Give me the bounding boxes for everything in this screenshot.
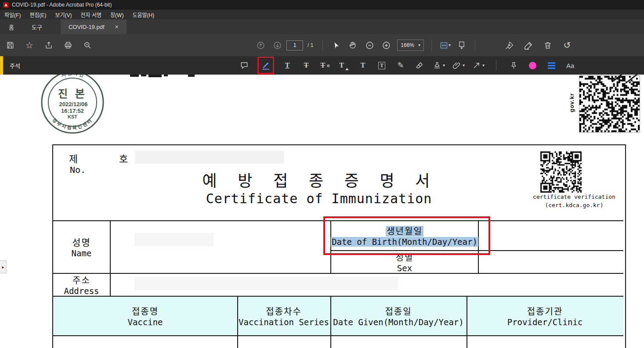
address-label-ko: 주소: [72, 273, 90, 286]
toolbar-divider: [431, 39, 432, 51]
text-properties-button[interactable]: Aa: [564, 59, 576, 72]
print-button[interactable]: [61, 38, 76, 53]
select-tool-button[interactable]: [329, 38, 344, 53]
name-label-ko: 성명: [72, 235, 91, 248]
underline-T-icon: T: [285, 62, 290, 69]
text-box-tool[interactable]: T: [376, 59, 387, 72]
stamp-date: 2022/12/06: [59, 101, 87, 108]
clipped-text-fragment: [141, 75, 146, 76]
fill-sign-pen-button[interactable]: [521, 38, 536, 53]
header-dategiven-cell: 접종일 Date Given(Month/Day/Year): [330, 296, 467, 335]
underline-text-tool[interactable]: T: [282, 59, 293, 72]
acrobat-logo-icon: [3, 2, 9, 8]
zoom-level-value: 166%: [401, 42, 414, 48]
zoom-level-select[interactable]: 166% ▾: [397, 39, 424, 51]
menu-help[interactable]: 도움말(H): [128, 11, 159, 18]
stamp-time: 16:17:52: [61, 108, 84, 114]
chevron-down-icon: ▾: [443, 63, 445, 68]
annotation-toolbar-label: 주석: [10, 56, 20, 75]
annotation-divider: [496, 60, 496, 71]
menu-esign[interactable]: 전자 서명: [76, 11, 106, 18]
menu-window[interactable]: 창(W): [106, 11, 128, 18]
tab-tools-label: 도구: [32, 23, 42, 31]
replace-text-tool[interactable]: T o: [319, 59, 331, 72]
keep-tool-selected-pin[interactable]: [508, 59, 519, 72]
chevron-down-icon: ▾: [463, 63, 465, 68]
insert-text-tool[interactable]: T: [338, 59, 350, 72]
attach-file-tool[interactable]: ▾: [452, 59, 465, 72]
chevron-down-icon: ▾: [418, 43, 420, 47]
sidebar-expand-button[interactable]: ▸: [0, 260, 7, 273]
header-series-en: Vaccination Series: [239, 317, 329, 327]
clipped-text-fragment: [148, 75, 162, 77]
zoom-out-button[interactable]: [362, 38, 377, 53]
save-button[interactable]: [3, 38, 18, 53]
favorites-star-button[interactable]: ☆: [22, 38, 37, 53]
header-dategiven-en: Date Given(Month/Day/Year): [333, 317, 463, 327]
add-text-comment-tool[interactable]: T: [357, 59, 369, 72]
previous-page-button[interactable]: [253, 38, 268, 53]
pdf-document-canvas[interactable]: 시 점 확 인 정부시점확인센터 진 본 2022/12/06 16:17:52…: [0, 75, 644, 348]
sticky-note-tool[interactable]: [239, 59, 250, 72]
page-total-label: / 1: [308, 42, 313, 48]
highlight-text-tool[interactable]: [260, 59, 271, 72]
qr-caption-line1: certificate verification: [522, 193, 626, 201]
color-swatch-icon: [529, 62, 536, 69]
hand-tool-button[interactable]: [345, 38, 360, 53]
page-scrolling-button[interactable]: [454, 38, 469, 53]
toolbar-divider: [322, 39, 323, 51]
dob-annotation-redbox: [323, 216, 490, 255]
clipped-text-fragment: [130, 75, 139, 77]
clipped-text-fragment: [188, 75, 195, 77]
draw-pencil-tool[interactable]: ✎: [395, 59, 406, 72]
header-dategiven-ko: 접종일: [385, 305, 412, 317]
annotation-color-picker[interactable]: [527, 59, 538, 72]
chevron-down-icon: ▾: [482, 63, 485, 68]
govkr-barcode: [579, 75, 640, 133]
replace-sub-icon: o: [327, 63, 329, 68]
redacted-serial-number: [135, 151, 284, 164]
redacted-name-value: [134, 233, 213, 246]
tab-home-label: 홈: [9, 23, 14, 31]
drawing-shapes-tool[interactable]: ▾: [472, 59, 485, 72]
fit-width-button[interactable]: ▾: [438, 38, 452, 53]
menu-edit[interactable]: 편집(E): [25, 11, 51, 18]
stamp-tool[interactable]: ▾: [433, 59, 445, 72]
certificate-title-en: Certificate of Immunization: [53, 191, 585, 206]
eraser-tool[interactable]: [414, 59, 425, 72]
tab-document[interactable]: COVID-19.pdf ×: [61, 19, 127, 34]
zoom-in-button[interactable]: [379, 38, 394, 53]
line-thickness-icon: [548, 62, 555, 69]
tab-home[interactable]: 홈: [0, 19, 23, 34]
header-vaccine-cell: 접종명 Vaccine: [53, 296, 237, 335]
sex-label-en: Sex: [397, 263, 412, 273]
tab-close-icon[interactable]: ×: [115, 23, 119, 30]
menu-view[interactable]: 보기(V): [51, 11, 76, 18]
stamp-center-text: 진 본: [58, 88, 87, 100]
name-label-cell: 성명 Name: [53, 220, 110, 273]
next-page-button[interactable]: [270, 38, 285, 53]
sign-pen-button[interactable]: [502, 38, 517, 53]
delete-button[interactable]: [540, 38, 555, 53]
cert-no-suffix: 호: [119, 151, 128, 165]
redacted-address-value: [134, 277, 398, 290]
strikethrough-text-tool[interactable]: T: [300, 59, 312, 72]
tab-tools[interactable]: 도구: [23, 19, 51, 34]
replace-T-icon: T: [321, 62, 326, 69]
qr-caption: certificate verification (cert.kdca.go.k…: [522, 193, 626, 209]
menu-file[interactable]: 파일(F): [0, 11, 25, 18]
line-thickness-picker[interactable]: [546, 59, 557, 72]
insert-caret-icon: [345, 68, 349, 70]
page-number-input[interactable]: 1: [286, 40, 303, 50]
share-button[interactable]: [41, 38, 56, 53]
govkr-label: gov.kr: [568, 93, 575, 112]
stamp-ring-top-text: 시 점 확 인: [61, 75, 85, 78]
header-series-cell: 접종차수 Vaccination Series: [237, 296, 330, 335]
insert-T-icon: T: [339, 62, 344, 69]
timestamp-verification-stamp: 시 점 확 인 정부시점확인센터 진 본 2022/12/06 16:17:52…: [40, 75, 105, 135]
certificate-qr-code: [540, 151, 582, 193]
undo-rotate-button[interactable]: ↺: [560, 38, 575, 53]
header-provider-ko: 접종기관: [527, 305, 563, 317]
cert-no-prefix: 제: [69, 151, 78, 165]
zoom-out-tool-button[interactable]: [80, 38, 95, 53]
